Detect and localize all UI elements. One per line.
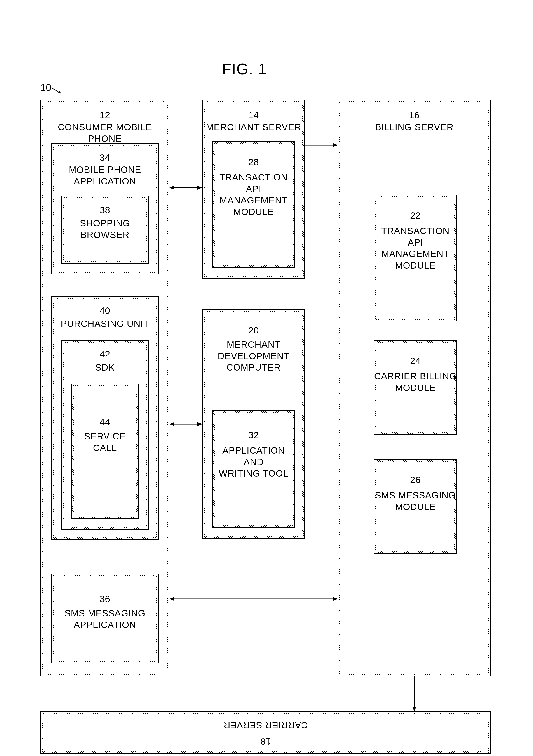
transaction-api-28-label: TRANSACTION API MANAGEMENT MODULE (212, 172, 295, 218)
svg-marker-3 (169, 186, 174, 190)
svg-marker-9 (197, 422, 202, 426)
sdk-ref: 42 (61, 349, 149, 360)
arrow-merchant-billing (305, 142, 338, 148)
app-writing-tool-ref: 32 (212, 430, 295, 441)
transaction-api-22-ref: 22 (374, 210, 457, 222)
service-call-ref: 44 (71, 417, 139, 428)
svg-marker-6 (333, 143, 338, 147)
svg-marker-14 (412, 707, 416, 712)
svg-marker-8 (169, 422, 174, 426)
svg-marker-12 (333, 597, 338, 601)
merchant-dev-computer-ref: 20 (202, 325, 305, 336)
arrow-billing-carrier (411, 676, 418, 712)
purchasing-unit-label: PURCHASING UNIT (51, 318, 158, 330)
shopping-browser-label: SHOPPING BROWSER (61, 218, 149, 241)
shopping-browser-ref: 38 (61, 204, 149, 216)
billing-server-ref: 16 (338, 109, 491, 121)
app-writing-tool-label: APPLICATION AND WRITING TOOL (212, 445, 295, 479)
sms-messaging-module-ref: 26 (374, 474, 457, 486)
carrier-billing-module-label: CARRIER BILLING MODULE (374, 370, 457, 393)
ref-arrow-icon (51, 86, 65, 95)
merchant-server-ref: 14 (202, 109, 305, 121)
carrier-billing-module-ref: 24 (374, 355, 457, 367)
mobile-phone-application-ref: 34 (51, 152, 158, 164)
merchant-dev-computer-label: MERCHANT DEVELOPMENT COMPUTER (202, 339, 305, 373)
svg-marker-11 (169, 597, 174, 601)
arrow-cmp-merchant (169, 184, 202, 191)
carrier-server-label: CARRIER SERVER (41, 719, 491, 731)
svg-marker-4 (197, 186, 202, 190)
consumer-mobile-phone-ref: 12 (41, 109, 169, 121)
purchasing-unit-ref: 40 (51, 305, 158, 317)
sms-app-ref: 36 (51, 593, 158, 605)
mobile-phone-application-label: MOBILE PHONE APPLICATION (51, 164, 158, 187)
transaction-api-28-ref: 28 (212, 156, 295, 168)
billing-server-label: BILLING SERVER (338, 122, 491, 133)
service-call-label: SERVICE CALL (71, 431, 139, 454)
merchant-server-label: MERCHANT SERVER (202, 122, 305, 133)
carrier-server-ref: 18 (41, 736, 491, 747)
transaction-api-22-label: TRANSACTION API MANAGEMENT MODULE (374, 225, 457, 271)
figure-title: FIG. 1 (222, 60, 267, 78)
sdk-label: SDK (61, 362, 149, 373)
sms-app-label: SMS MESSAGING APPLICATION (51, 608, 158, 631)
arrow-cmp-devcomp (169, 421, 202, 427)
carrier-server-box (41, 712, 491, 754)
sms-messaging-module-label: SMS MESSAGING MODULE (374, 490, 457, 513)
system-ref-label: 10 (41, 82, 51, 93)
consumer-mobile-phone-label: CONSUMER MOBILE PHONE (41, 122, 169, 145)
arrow-cmp-billing (169, 596, 338, 602)
